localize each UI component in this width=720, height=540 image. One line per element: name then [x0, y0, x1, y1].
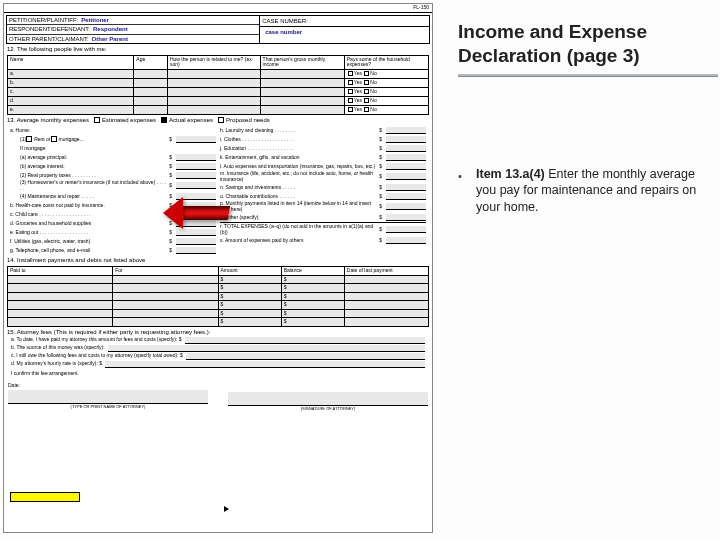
table-row: b.	[8, 78, 134, 87]
respondent-label: RESPONDENT/DEFENDANT:	[9, 26, 90, 33]
col-income: That person's gross monthly income	[260, 55, 344, 69]
section-15-title: 15. Attorney fees (This is required if e…	[7, 329, 429, 336]
case-number-label: CASE NUMBER:	[262, 18, 308, 25]
play-triangle-icon	[224, 506, 229, 512]
col-relation: How the person is related to me? (ex: so…	[167, 55, 260, 69]
instruction-bullet: • Item 13.a(4) Enter the monthly average…	[458, 166, 702, 217]
table-row: d.	[8, 96, 134, 105]
table-row: e.	[8, 105, 134, 114]
section-12: 12. The following people live with me: N…	[7, 46, 429, 115]
s13-left-col: a. Home: (1) Rent or mortgage...$ If mor…	[10, 125, 216, 255]
bullet-lead: Item 13.a(4)	[476, 167, 548, 181]
table-row: a.	[8, 69, 134, 78]
section-14-title: 14. Installment payments and debts not l…	[7, 257, 429, 264]
section-13-title: 13. Average monthly expenses Estimated e…	[7, 117, 429, 124]
slide-title: Income and Expense Declaration (page 3)	[458, 20, 702, 68]
household-table: Name Age How the person is related to me…	[7, 55, 429, 115]
item-13a4: (4) Maintenance and repair . . . . .$	[10, 192, 216, 200]
table-row: c.	[8, 87, 134, 96]
petitioner-label: PETITIONER/PLAINTIFF:	[9, 17, 78, 24]
signature-area: Date: (TYPE OR PRINT NAME OF ATTORNEY) (…	[8, 383, 428, 411]
col-name: Name	[8, 55, 134, 69]
explanation-panel: Income and Expense Declaration (page 3) …	[440, 0, 720, 540]
col-pays: Pays some of the household expenses?	[344, 55, 428, 69]
title-underline	[458, 74, 718, 76]
form-preview-panel: FL-150 PETITIONER/PLAINTIFF:Petitioner R…	[0, 0, 440, 540]
section-15: 15. Attorney fees (This is required if e…	[7, 329, 429, 377]
section-14: 14. Installment payments and debts not l…	[7, 257, 429, 326]
s13-right-col: h. Laundry and cleaning . . . . . . . .$…	[220, 125, 426, 255]
section-12-title: 12. The following people live with me:	[7, 46, 429, 53]
section-13: 13. Average monthly expenses Estimated e…	[7, 117, 429, 256]
form-code: FL-150	[4, 4, 432, 13]
form-fl150-page3: FL-150 PETITIONER/PLAINTIFF:Petitioner R…	[3, 3, 433, 533]
bullet-icon: •	[458, 166, 476, 217]
sig-caption: (SIGNATURE OF ATTORNEY)	[228, 407, 428, 411]
case-number-value: case number	[265, 29, 302, 36]
slide-root: FL-150 PETITIONER/PLAINTIFF:Petitioner R…	[0, 0, 720, 540]
col-age: Age	[134, 55, 168, 69]
otherparent-value: Other Parent	[92, 36, 128, 43]
name-caption: (TYPE OR PRINT NAME OF ATTORNEY)	[8, 405, 208, 409]
respondent-value: Respondent	[93, 26, 128, 33]
party-caption-box: PETITIONER/PLAINTIFF:Petitioner RESPONDE…	[6, 15, 430, 45]
otherparent-label: OTHER PARENT/CLAIMANT:	[9, 36, 89, 43]
date-highlight	[10, 492, 80, 502]
petitioner-value: Petitioner	[81, 17, 109, 24]
installment-table: Paid to For Amount Balance Date of last …	[7, 266, 429, 327]
